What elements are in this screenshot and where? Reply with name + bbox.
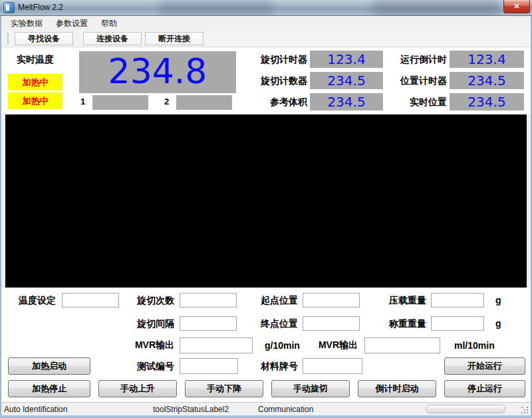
mvr-output2-unit: ml/10min — [454, 338, 495, 353]
temp-setting-input[interactable] — [62, 293, 119, 308]
realtime-position-display: 234.5 — [450, 93, 524, 110]
mvr-output1-input[interactable] — [180, 337, 253, 353]
manual-cut-button[interactable]: 手动旋切 — [271, 380, 350, 397]
status-auto-identification: Auto Identification — [4, 405, 67, 414]
load-weight-label: 压载重量 — [382, 293, 426, 308]
countdown-start-button[interactable]: 倒计时启动 — [358, 380, 436, 397]
zone1-label: 1 — [80, 97, 85, 106]
menu-parameter-settings[interactable]: 参数设置 — [49, 16, 94, 31]
plot-area — [5, 114, 527, 288]
temp-setting-label: 温度设定 — [19, 293, 56, 308]
cut-interval-label: 旋切间隔 — [126, 316, 174, 331]
mvr-output2-label: MVR输出 — [317, 337, 358, 352]
close-button[interactable]: ✕ — [503, 0, 530, 13]
start-position-input[interactable] — [303, 293, 360, 308]
cut-timer-display: 123.4 — [310, 51, 383, 68]
temperature-display: 234.8 — [79, 51, 236, 93]
test-id-input[interactable] — [180, 358, 238, 374]
menu-help[interactable]: 帮助 — [94, 16, 124, 31]
cut-interval-input[interactable] — [180, 316, 237, 331]
run-countdown-label: 运行倒计时 — [386, 51, 447, 68]
mvr-output2-input[interactable] — [364, 337, 440, 353]
menu-bar: 实验数据 参数设置 帮助 — [1, 16, 531, 31]
load-weight-input[interactable] — [431, 293, 484, 308]
title-bar[interactable]: MeltFlow 2.2 ✕ — [0, 0, 532, 16]
realtime-temperature-label: 实时温度 — [8, 54, 63, 66]
connect-device-button[interactable]: 连接设备 — [83, 32, 142, 45]
run-stop-button[interactable]: 停止运行 — [444, 380, 525, 397]
end-position-input[interactable] — [303, 316, 360, 331]
toolbar: 寻找设备 连接设备 断开连接 — [1, 31, 531, 47]
toolbar-grip[interactable] — [7, 33, 9, 44]
position-timer-label: 位置计时器 — [386, 72, 447, 89]
weigh-weight-label: 称重重量 — [382, 316, 426, 331]
menu-experiment-data[interactable]: 实验数据 — [4, 16, 49, 31]
heat-start-button[interactable]: 加热启动 — [8, 357, 90, 375]
reference-volume-label: 参考体积 — [246, 93, 307, 110]
cut-counter-display: 234.5 — [310, 72, 383, 89]
cut-count-input[interactable] — [180, 293, 237, 308]
load-weight-unit: g — [495, 293, 501, 308]
app-icon — [3, 2, 15, 13]
window-border-left — [0, 16, 1, 418]
run-countdown-display: 123.4 — [450, 51, 524, 68]
zone1-display — [92, 95, 148, 110]
heater2-status-badge: 加热中 — [8, 93, 63, 109]
status-bar: Auto Identification toolStripStatusLabel… — [1, 402, 531, 415]
readout-panel: 实时温度 加热中 加热中 234.8 1 2 旋切计时器 123.4 旋切计数器… — [1, 47, 531, 114]
app-window: MeltFlow 2.2 ✕ 实验数据 参数设置 帮助 寻找设备 连接设备 断开… — [0, 0, 532, 418]
cut-timer-label: 旋切计时器 — [246, 51, 307, 68]
status-label2: toolStripStatusLabel2 — [153, 405, 229, 414]
run-start-button[interactable]: 开始运行 — [444, 357, 525, 375]
window-border-bottom — [0, 415, 532, 418]
manual-down-button[interactable]: 手动下降 — [185, 380, 263, 397]
parameter-form: 温度设定 旋切次数 起点位置 压载重量 g 旋切间隔 终点位置 称重重量 g M… — [1, 288, 531, 402]
weigh-weight-input[interactable] — [431, 316, 484, 331]
status-communication: Communication — [258, 405, 313, 414]
progress-bar — [426, 405, 505, 413]
manual-up-button[interactable]: 手动上升 — [98, 380, 177, 397]
heater1-status-badge: 加热中 — [8, 74, 63, 91]
material-input[interactable] — [303, 358, 362, 374]
end-position-label: 终点位置 — [253, 316, 298, 331]
cut-count-label: 旋切次数 — [126, 293, 174, 308]
mvr-output1-label: MVR输出 — [126, 337, 174, 352]
cut-counter-label: 旋切计数器 — [246, 72, 307, 89]
aero-glass-reflection — [372, 0, 499, 16]
test-id-label: 测试编号 — [126, 359, 174, 373]
reference-volume-display: 234.5 — [310, 93, 383, 110]
window-title: MeltFlow 2.2 — [18, 3, 63, 12]
realtime-position-label: 实时位置 — [386, 93, 447, 110]
position-timer-display: 234.5 — [450, 72, 524, 89]
resize-grip[interactable] — [521, 407, 528, 413]
start-position-label: 起点位置 — [253, 293, 298, 308]
material-label: 材料牌号 — [253, 359, 298, 373]
find-device-button[interactable]: 寻找设备 — [15, 32, 73, 45]
aero-glass-reflection — [160, 0, 273, 16]
weigh-weight-unit: g — [495, 316, 501, 331]
heat-stop-button[interactable]: 加热停止 — [8, 380, 90, 397]
mvr-output1-unit: g/10min — [265, 338, 300, 353]
zone2-label: 2 — [164, 97, 169, 106]
disconnect-button[interactable]: 断开连接 — [145, 32, 203, 45]
zone2-display — [176, 95, 232, 110]
